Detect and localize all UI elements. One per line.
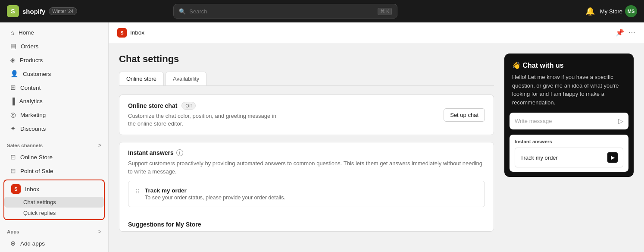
sidebar-item-label: Marketing	[20, 112, 46, 118]
shopify-logo-icon: S	[7, 5, 19, 17]
shopify-logo-text: shopify	[22, 8, 45, 15]
sales-channels-arrow[interactable]: >	[98, 142, 101, 148]
analytics-icon: ▐	[10, 98, 15, 105]
sidebar-item-orders[interactable]: ▤ Orders	[3, 39, 105, 53]
setup-chat-button[interactable]: Set up chat	[444, 108, 485, 122]
sidebar-item-label: Home	[19, 29, 34, 36]
more-options-button[interactable]: ⋯	[628, 28, 635, 37]
sidebar-item-analytics[interactable]: ▐ Analytics	[3, 94, 105, 108]
online-store-title: Online store chat	[128, 102, 177, 109]
send-icon[interactable]: ▷	[618, 117, 623, 125]
chat-preview-header: 👋 Chat with us Hello! Let me know if you…	[504, 54, 634, 113]
content-area: Chat settings Online store Availability …	[109, 43, 644, 249]
sidebar-item-products[interactable]: ◈ Products	[3, 53, 105, 67]
instant-answers-chip-label: Instant answers	[515, 139, 623, 144]
online-store-icon: ⊡	[10, 153, 16, 161]
sidebar-item-discounts[interactable]: ✦ Discounts	[3, 122, 105, 135]
chat-instant-answers: Instant answers Track my order ▶	[510, 135, 628, 172]
sidebar-inbox-label: Inbox	[25, 186, 39, 192]
notifications-button[interactable]: 🔔	[585, 6, 595, 16]
online-store-desc: Customize the chat color, position, and …	[128, 112, 276, 128]
orders-icon: ▤	[10, 42, 16, 50]
apps-label: Apps	[7, 229, 19, 234]
instant-answers-card: Instant answers i Support customers proa…	[119, 142, 494, 231]
sidebar-item-label: Discounts	[20, 126, 46, 132]
tab-online-store[interactable]: Online store	[119, 72, 164, 85]
page-title: Chat settings	[119, 54, 494, 65]
sidebar-item-add-apps[interactable]: ⊕ Add apps	[3, 236, 105, 250]
content-icon: ⊞	[10, 84, 16, 91]
sales-channels-label: Sales channels	[7, 143, 43, 148]
avatar: MS	[625, 5, 637, 17]
sidebar-item-label: Analytics	[19, 98, 43, 104]
logo-area: S shopify Winter '24	[7, 5, 77, 17]
sidebar-item-label: Customers	[23, 71, 51, 77]
track-content: Track my order To see your order status,…	[145, 187, 285, 201]
search-area[interactable]: 🔍 ⌘ K	[173, 4, 397, 19]
suggestions-title: Suggestions for My Store	[119, 214, 494, 231]
discounts-icon: ✦	[10, 125, 16, 132]
sidebar-item-point-of-sale[interactable]: ⊟ Point of Sale	[3, 164, 105, 178]
customers-icon: 👤	[10, 70, 19, 78]
winter-badge: Winter '24	[49, 7, 77, 15]
track-order-chip-label: Track my order	[520, 154, 558, 161]
quick-replies-label: Quick replies	[23, 210, 56, 216]
sidebar-item-online-store[interactable]: ⊡ Online Store	[3, 150, 105, 164]
inbox-highlighted-section: S Inbox Chat settings Quick replies	[3, 180, 105, 220]
chat-input-placeholder: Write message	[515, 118, 615, 124]
sidebar-item-content[interactable]: ⊞ Content	[3, 81, 105, 94]
sidebar-item-customers[interactable]: 👤 Customers	[3, 67, 105, 81]
chat-preview-message: Hello! Let me know if you have a specifi…	[512, 73, 626, 107]
marketing-icon: ◎	[10, 111, 16, 119]
sidebar-sub-chat-settings[interactable]: Chat settings	[4, 197, 104, 208]
apps-arrow[interactable]: >	[98, 229, 101, 235]
chat-preview: 👋 Chat with us Hello! Let me know if you…	[504, 54, 634, 177]
drag-handle-icon[interactable]: ⠿	[135, 188, 140, 195]
sales-channels-section: Sales channels >	[0, 135, 108, 150]
products-icon: ◈	[10, 56, 16, 64]
subheader: S Inbox 📌 ⋯	[109, 22, 644, 43]
subheader-title: Inbox	[130, 29, 144, 36]
home-icon: ⌂	[10, 29, 14, 36]
track-order-chip[interactable]: Track my order ▶	[515, 148, 623, 167]
off-badge: Off	[181, 102, 195, 110]
chat-preview-title: 👋 Chat with us	[512, 61, 626, 69]
apps-section: Apps >	[0, 222, 108, 236]
add-apps-icon: ⊕	[10, 239, 16, 247]
sidebar-item-label: Orders	[21, 43, 38, 50]
pin-button[interactable]: 📌	[616, 28, 624, 37]
add-apps-label: Add apps	[20, 240, 45, 247]
keyboard-shortcut: ⌘ K	[378, 8, 392, 15]
sidebar: ⌂ Home ▤ Orders ◈ Products 👤 Customers ⊞…	[0, 22, 109, 252]
search-input[interactable]	[189, 8, 374, 15]
content-right: 👋 Chat with us Hello! Let me know if you…	[504, 54, 634, 239]
pos-icon: ⊟	[10, 167, 16, 175]
chat-input-area[interactable]: Write message ▷	[510, 113, 628, 129]
sidebar-item-label: Online Store	[20, 154, 53, 161]
online-store-card: Online store chat Off Customize the chat…	[119, 94, 494, 135]
sidebar-item-label: Products	[20, 57, 43, 63]
sidebar-item-label: Content	[20, 85, 41, 91]
sidebar-item-marketing[interactable]: ◎ Marketing	[3, 108, 105, 122]
topnav-right-area: 🔔 My Store MS	[585, 5, 637, 17]
instant-answers-title: Instant answers	[128, 149, 174, 156]
track-my-order-row: ⠿ Track my order To see your order statu…	[128, 181, 485, 207]
search-icon: 🔍	[179, 8, 186, 15]
chat-settings-label: Chat settings	[23, 199, 56, 205]
track-title: Track my order	[145, 187, 285, 194]
sidebar-item-home[interactable]: ⌂ Home	[3, 26, 105, 39]
sidebar-item-label: Point of Sale	[20, 168, 53, 174]
tab-availability[interactable]: Availability	[166, 72, 206, 85]
sidebar-sub-quick-replies[interactable]: Quick replies	[4, 208, 104, 218]
subheader-inbox-icon: S	[117, 28, 127, 38]
main-content: S Inbox 📌 ⋯ Chat settings Online store A…	[109, 22, 644, 252]
chip-arrow-icon: ▶	[607, 152, 618, 163]
instant-answers-header: Instant answers i	[128, 149, 485, 156]
top-navigation: S shopify Winter '24 🔍 ⌘ K 🔔 My Store MS	[0, 0, 644, 22]
info-icon[interactable]: i	[176, 149, 183, 156]
instant-answers-desc: Support customers proactively by providi…	[128, 160, 485, 175]
subheader-actions: 📌 ⋯	[616, 28, 635, 37]
sidebar-item-inbox[interactable]: S Inbox	[4, 181, 104, 197]
my-store-button[interactable]: My Store MS	[600, 5, 637, 17]
tabs: Online store Availability	[119, 72, 494, 86]
